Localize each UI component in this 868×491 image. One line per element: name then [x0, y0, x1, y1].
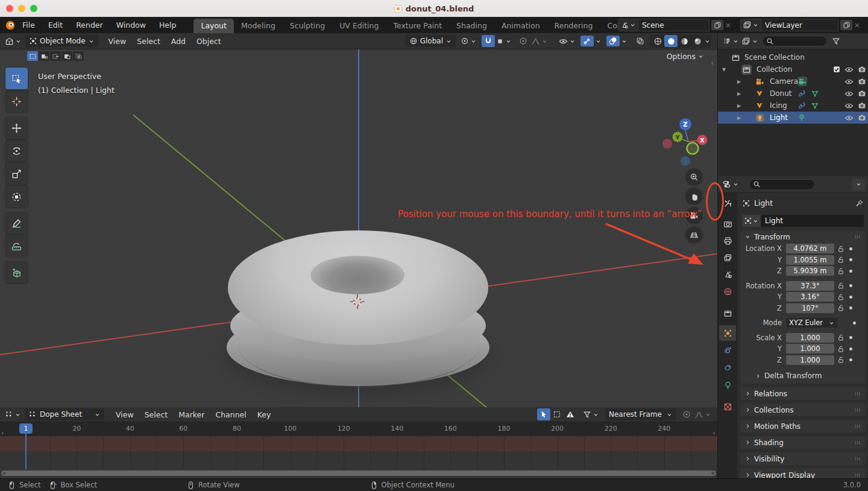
- panel-grip-icon[interactable]: [854, 471, 861, 478]
- rotate-tool-button[interactable]: [5, 140, 28, 162]
- expander-right-icon[interactable]: ▶: [737, 91, 741, 97]
- scene-name-field[interactable]: Scene: [638, 19, 709, 31]
- dope-mode-dropdown[interactable]: Dope Sheet: [25, 408, 104, 420]
- properties-tab-scene[interactable]: [719, 267, 736, 282]
- overlays-toggle[interactable]: [606, 36, 620, 46]
- animate-dot-button[interactable]: [846, 258, 855, 261]
- menu-help[interactable]: Help: [153, 17, 183, 33]
- outliner-view-button[interactable]: [740, 35, 760, 47]
- outliner-row-donut[interactable]: ▶Donut: [718, 87, 868, 100]
- panel-viewport-display[interactable]: Viewport Display: [740, 469, 866, 478]
- expander-right-icon[interactable]: ▶: [737, 103, 741, 109]
- object-browse-button[interactable]: [742, 215, 761, 227]
- delta-transform-subpanel[interactable]: Delta Transform: [740, 368, 866, 384]
- camera-render-icon[interactable]: [855, 65, 868, 74]
- dope-menu-marker[interactable]: Marker: [173, 410, 210, 419]
- light-data-icon[interactable]: [797, 113, 806, 122]
- value-field[interactable]: 3.16°: [786, 292, 834, 302]
- shading-wireframe-button[interactable]: [651, 35, 664, 47]
- select-mode-extend[interactable]: [39, 51, 49, 61]
- viewport-menu-select[interactable]: Select: [131, 37, 166, 46]
- value-field[interactable]: 107°: [786, 303, 834, 313]
- select-mode-invert[interactable]: [61, 51, 72, 61]
- panel-header[interactable]: Shading: [740, 436, 866, 449]
- animate-dot-button[interactable]: [846, 284, 855, 287]
- eye-icon[interactable]: [843, 101, 855, 110]
- object-name-field[interactable]: Light: [761, 215, 864, 227]
- value-field[interactable]: 37.3°: [786, 281, 834, 291]
- wrench-icon[interactable]: [797, 101, 806, 110]
- panel-grip-icon[interactable]: [854, 422, 861, 430]
- xray-toggle-button[interactable]: [634, 35, 647, 47]
- expander-down-icon[interactable]: ▼: [722, 67, 726, 72]
- workspace-tab-modeling[interactable]: Modeling: [234, 19, 283, 33]
- panel-grip-icon[interactable]: [854, 455, 861, 463]
- camera-render-icon[interactable]: [855, 89, 868, 98]
- viewport-3d[interactable]: Options ‹ User Perspective (1) Collectio…: [0, 49, 717, 407]
- expander-right-icon[interactable]: ▶: [737, 79, 741, 84]
- properties-search-input[interactable]: [749, 179, 815, 190]
- zoom-button[interactable]: [685, 168, 703, 186]
- dope-right-arrow[interactable]: ‹: [713, 429, 715, 437]
- annotate-tool-button[interactable]: [5, 212, 28, 234]
- workspace-tab-shading[interactable]: Shading: [449, 19, 494, 33]
- mesh-data-icon[interactable]: [811, 89, 819, 98]
- snap-mode-dropdown[interactable]: Nearest Frame: [605, 408, 676, 420]
- menu-window[interactable]: Window: [110, 17, 153, 33]
- properties-editor-type-button[interactable]: [721, 179, 740, 191]
- gizmos-dropdown[interactable]: [579, 35, 603, 47]
- animate-dot-button[interactable]: [846, 347, 855, 350]
- panel-header[interactable]: Viewport Display: [740, 469, 866, 478]
- dope-menu-view[interactable]: View: [110, 410, 139, 419]
- panel-header[interactable]: Motion Paths: [740, 420, 866, 432]
- animate-dot-button[interactable]: [846, 247, 855, 250]
- panel-shading[interactable]: Shading: [740, 436, 866, 449]
- lock-toggle[interactable]: [834, 304, 846, 312]
- panel-header[interactable]: Relations: [740, 387, 866, 400]
- lock-toggle[interactable]: [834, 356, 846, 364]
- proportional-edit-button[interactable]: [517, 35, 530, 47]
- panel-grip-icon[interactable]: [854, 439, 861, 446]
- timeline-ruler[interactable]: 1 20406080100120140160180200220240: [0, 422, 717, 436]
- pin-icon[interactable]: [855, 199, 864, 207]
- dope-menu-channel[interactable]: Channel: [210, 410, 251, 419]
- workspace-tab-sculpting[interactable]: Sculpting: [283, 19, 332, 33]
- workspace-tab-uv-editing[interactable]: UV Editing: [332, 19, 386, 33]
- lock-toggle[interactable]: [834, 267, 846, 275]
- workspace-tab-animation[interactable]: Animation: [494, 19, 547, 33]
- shading-rendered-button[interactable]: [691, 35, 704, 47]
- editor-type-button[interactable]: [4, 35, 23, 47]
- select-box-tool-button[interactable]: [5, 68, 28, 89]
- sidebar-collapse-arrow[interactable]: ‹: [711, 59, 714, 67]
- animate-dot-button[interactable]: [846, 306, 855, 309]
- camera-data-icon[interactable]: [797, 77, 807, 86]
- value-field[interactable]: 1.000: [786, 355, 834, 365]
- properties-tab-view-layer[interactable]: [719, 250, 736, 265]
- playhead-line[interactable]: [25, 434, 27, 469]
- checkbox-icon[interactable]: [830, 65, 843, 74]
- workspace-tab-texture-paint[interactable]: Texture Paint: [386, 19, 449, 33]
- viewport-menu-add[interactable]: Add: [166, 37, 191, 46]
- panel-header[interactable]: Collections: [740, 404, 866, 416]
- menu-render[interactable]: Render: [69, 17, 110, 33]
- value-field[interactable]: 1.000: [786, 344, 834, 353]
- properties-tab-texture[interactable]: [719, 399, 736, 414]
- viewport-menu-view[interactable]: View: [103, 37, 132, 46]
- shading-material-button[interactable]: [678, 35, 691, 47]
- eye-icon[interactable]: [843, 89, 855, 98]
- dope-scrollbar[interactable]: [1, 470, 716, 476]
- properties-tab-collection[interactable]: [719, 305, 736, 321]
- dope-editor-type-button[interactable]: [4, 408, 22, 420]
- only-selected-toggle[interactable]: [537, 408, 550, 420]
- hidden-channels-toggle[interactable]: [550, 408, 564, 420]
- properties-tab-constraints[interactable]: [719, 360, 736, 375]
- errors-toggle[interactable]: [564, 408, 577, 420]
- animate-dot-button[interactable]: [850, 322, 858, 325]
- new-viewlayer-button[interactable]: [840, 20, 852, 30]
- visibility-dropdown[interactable]: [558, 35, 577, 47]
- select-mode-new[interactable]: [27, 51, 38, 61]
- lock-toggle[interactable]: [834, 334, 846, 341]
- camera-render-icon[interactable]: [855, 113, 868, 122]
- pivot-dropdown[interactable]: [459, 35, 478, 47]
- eye-icon[interactable]: [843, 77, 855, 86]
